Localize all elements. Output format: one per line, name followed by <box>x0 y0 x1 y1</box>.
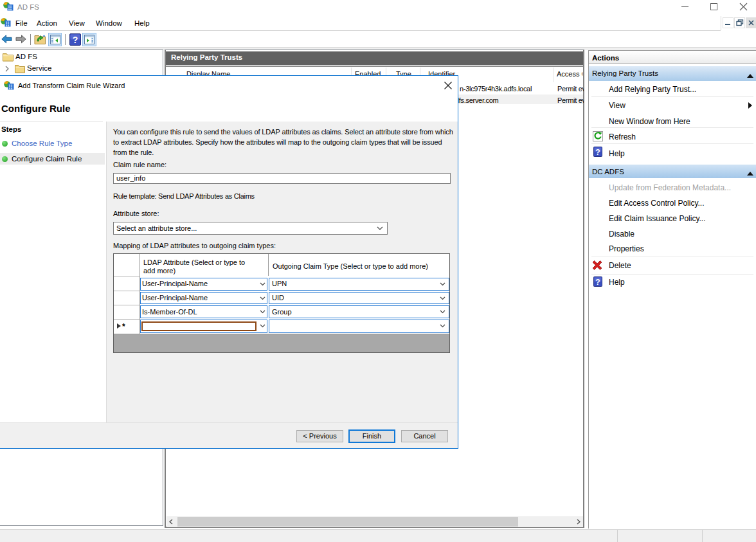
svg-text:?: ? <box>595 148 600 157</box>
svg-text:?: ? <box>73 35 78 45</box>
svg-text:?: ? <box>595 278 600 287</box>
